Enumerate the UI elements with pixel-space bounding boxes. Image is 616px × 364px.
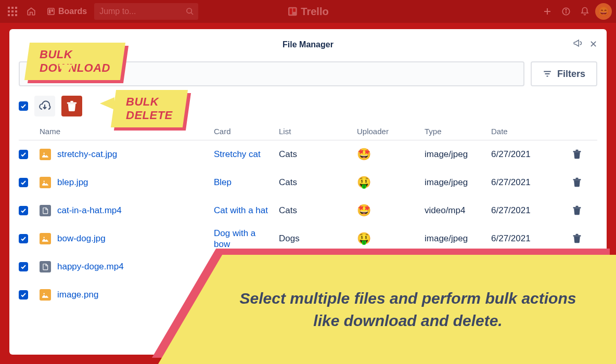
image-file-icon bbox=[40, 177, 51, 188]
apps-icon[interactable] bbox=[4, 3, 21, 20]
col-date: Date bbox=[491, 127, 564, 136]
file-name-link[interactable]: bow-dog.jpg bbox=[57, 233, 106, 244]
megaphone-icon[interactable] bbox=[573, 38, 582, 50]
banner-text-post: like download and delete. bbox=[313, 312, 502, 329]
uploader-avatar: 🤩 bbox=[357, 148, 371, 161]
row-checkbox[interactable] bbox=[19, 234, 28, 243]
banner-text-bold: bulk actions bbox=[485, 290, 576, 307]
delete-row-icon[interactable] bbox=[572, 177, 582, 188]
svg-rect-4 bbox=[11, 10, 14, 12]
svg-rect-16 bbox=[293, 8, 296, 12]
page-title: File Manager bbox=[283, 40, 333, 49]
svg-rect-30 bbox=[573, 151, 581, 152]
delete-row-icon[interactable] bbox=[572, 205, 582, 216]
banner-text-pre: Select multiple files and perform bbox=[240, 290, 485, 307]
svg-rect-10 bbox=[49, 9, 50, 14]
uploader-avatar: 🤩 bbox=[357, 204, 371, 217]
list-name: Cats bbox=[279, 205, 357, 216]
file-name-link[interactable]: image.png bbox=[57, 290, 98, 300]
trello-topbar: Boards Jump to... Trello 😄 bbox=[0, 0, 616, 23]
svg-rect-6 bbox=[8, 14, 10, 16]
svg-rect-26 bbox=[67, 102, 76, 104]
boards-button[interactable]: Boards bbox=[42, 3, 92, 20]
col-card: Card bbox=[214, 127, 279, 136]
svg-rect-27 bbox=[70, 101, 73, 102]
add-icon[interactable] bbox=[539, 3, 556, 20]
card-link[interactable]: Cat with a hat bbox=[214, 205, 279, 216]
file-date: 6/27/2021 bbox=[491, 233, 564, 244]
avatar[interactable]: 😄 bbox=[595, 3, 612, 20]
info-icon[interactable] bbox=[558, 3, 574, 20]
bell-icon[interactable] bbox=[576, 3, 593, 20]
row-checkbox[interactable] bbox=[19, 290, 28, 300]
svg-rect-7 bbox=[11, 14, 14, 16]
file-type: image/jpeg bbox=[425, 177, 491, 188]
promo-banner: Select multiple files and perform bulk a… bbox=[158, 255, 616, 364]
uploader-avatar: 🤑 bbox=[357, 176, 371, 189]
jump-to-search[interactable]: Jump to... bbox=[94, 3, 198, 20]
row-checkbox[interactable] bbox=[19, 206, 28, 215]
svg-rect-11 bbox=[52, 9, 53, 12]
table-row: cat-in-a-hat.mp4Cat with a hatCats🤩video… bbox=[19, 197, 597, 225]
card-link[interactable]: Blep bbox=[214, 177, 279, 188]
bulk-delete-button[interactable] bbox=[61, 96, 82, 116]
uploader-avatar: 🤑 bbox=[357, 232, 371, 245]
jump-to-placeholder: Jump to... bbox=[99, 7, 136, 16]
boards-icon bbox=[47, 7, 55, 16]
table-header: Name Card List Uploader Type Date bbox=[19, 127, 597, 140]
trello-brand: Trello bbox=[287, 6, 328, 18]
row-checkbox[interactable] bbox=[19, 178, 28, 187]
svg-rect-41 bbox=[576, 234, 579, 236]
bulk-download-button[interactable] bbox=[34, 96, 55, 116]
svg-rect-3 bbox=[8, 10, 10, 12]
table-row: blep.jpgBlepCats🤑image/jpeg6/27/2021 bbox=[19, 168, 597, 197]
delete-row-icon[interactable] bbox=[572, 233, 582, 244]
file-type: image/jpeg bbox=[425, 233, 491, 244]
svg-rect-37 bbox=[576, 206, 579, 207]
card-link[interactable]: Stretchy cat bbox=[214, 149, 279, 160]
filter-icon bbox=[543, 69, 552, 79]
svg-point-39 bbox=[44, 237, 45, 238]
svg-rect-35 bbox=[576, 178, 579, 179]
file-date: 6/27/2021 bbox=[491, 177, 564, 188]
list-name: Cats bbox=[279, 177, 357, 188]
svg-rect-8 bbox=[15, 14, 17, 16]
card-link[interactable]: Dog with a bow bbox=[214, 228, 279, 250]
image-file-icon bbox=[40, 289, 51, 301]
file-name-link[interactable]: happy-doge.mp4 bbox=[57, 262, 124, 272]
delete-row-icon[interactable] bbox=[572, 149, 582, 160]
image-file-icon bbox=[40, 233, 51, 244]
row-checkbox[interactable] bbox=[19, 150, 28, 159]
close-icon[interactable]: ✕ bbox=[589, 38, 597, 50]
trello-logo-icon bbox=[287, 6, 298, 17]
image-file-icon bbox=[40, 149, 51, 160]
list-name: Dogs bbox=[279, 233, 357, 244]
svg-point-43 bbox=[44, 293, 45, 294]
svg-rect-1 bbox=[11, 7, 14, 9]
file-date: 6/27/2021 bbox=[491, 205, 564, 216]
file-name-link[interactable]: cat-in-a-hat.mp4 bbox=[57, 205, 122, 216]
svg-rect-5 bbox=[15, 10, 17, 12]
svg-rect-9 bbox=[48, 8, 54, 15]
video-file-icon bbox=[40, 205, 51, 216]
filters-label: Filters bbox=[557, 69, 585, 80]
svg-rect-40 bbox=[573, 235, 581, 237]
table-row: stretchy-cat.jpgStretchy catCats🤩image/j… bbox=[19, 140, 597, 168]
bulk-download-callout: BULK DOWNLOAD bbox=[24, 43, 125, 80]
col-type: Type bbox=[425, 127, 491, 136]
file-name-link[interactable]: stretchy-cat.jpg bbox=[57, 149, 117, 160]
filters-button[interactable]: Filters bbox=[531, 61, 597, 86]
svg-point-21 bbox=[566, 9, 567, 10]
boards-label: Boards bbox=[58, 7, 87, 16]
video-file-icon bbox=[40, 261, 51, 272]
svg-rect-31 bbox=[576, 150, 579, 151]
home-icon[interactable] bbox=[23, 3, 40, 20]
file-name-link[interactable]: blep.jpg bbox=[57, 177, 88, 188]
svg-point-29 bbox=[44, 153, 45, 154]
col-list: List bbox=[279, 127, 357, 136]
svg-point-33 bbox=[44, 181, 45, 182]
select-all-checkbox[interactable] bbox=[19, 101, 28, 111]
list-name: Cats bbox=[279, 149, 357, 160]
row-checkbox[interactable] bbox=[19, 262, 28, 271]
col-uploader: Uploader bbox=[357, 127, 425, 136]
